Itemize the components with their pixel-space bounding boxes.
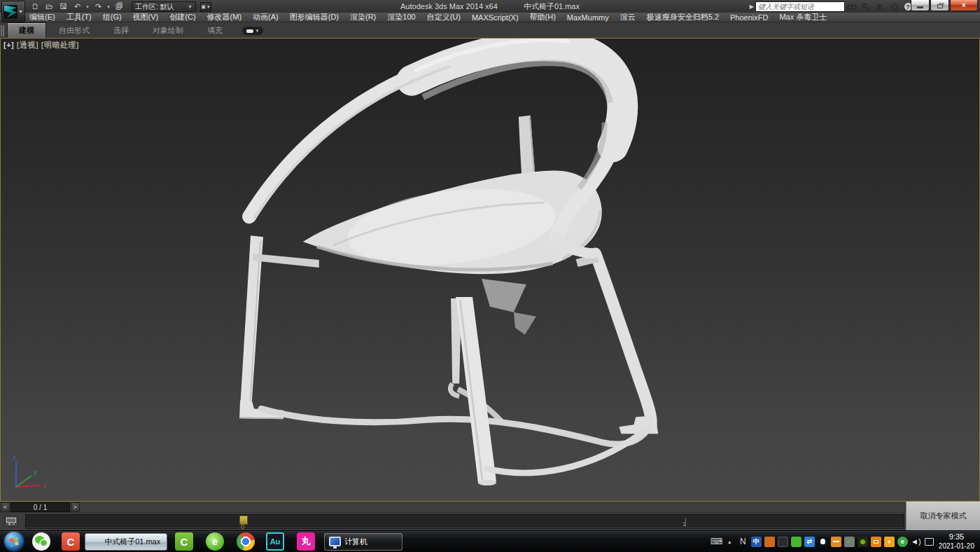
document-title: 中式椅子01.max [524, 2, 580, 11]
menu-group[interactable]: 组(G) [97, 12, 127, 22]
ribbon-tab-modeling[interactable]: 建模 [7, 22, 46, 38]
audition-launcher-icon[interactable]: Au [266, 532, 284, 551]
windows-logo-icon [9, 537, 18, 546]
viewport-label: [+] [透视] [明暗处理] [4, 40, 79, 50]
keyboard-shortcut-override-button[interactable] [4, 516, 18, 527]
ribbon-tab-freeform[interactable]: 自由形式 [48, 23, 101, 38]
favorites-star-icon[interactable] [887, 1, 901, 12]
menu-render100[interactable]: 渲染100 [382, 12, 421, 22]
chair-model [1, 39, 979, 501]
folder-tray-icon[interactable] [831, 537, 841, 547]
menu-slim-archive[interactable]: 极速瘦身安全归档5.2 [641, 12, 724, 22]
axis-z-label: z [13, 454, 16, 462]
menu-maxscript[interactable]: MAXScript(X) [466, 13, 524, 22]
ribbon-minimize-button[interactable]: ▼ [242, 27, 263, 35]
3dsmax-window: ▼ 🗋 🗁 🖫 ↶ ▼ ↷ ▼ 🗐 工作区: 默认 ▼ ▣▼ Autodesk … [0, 0, 980, 552]
ribbon-tab-populate[interactable]: 填充 [196, 23, 234, 38]
minimize-button[interactable] [911, 0, 930, 11]
search-binoculars-icon[interactable] [845, 1, 859, 12]
end-frame-label: 1 [682, 520, 686, 527]
menu-edit[interactable]: 编辑(E) [24, 12, 61, 22]
clock-time: 9:35 [939, 532, 974, 542]
security-tray-icon[interactable]: ♦ [884, 537, 895, 547]
subscription-key-icon[interactable] [859, 1, 873, 12]
start-button[interactable] [4, 532, 24, 551]
show-hidden-icons-arrow[interactable]: ▴ [724, 537, 735, 547]
windows-taskbar: C 中式椅子01.max ... C e Au 丸 计算机 ⌨ ▴ N 中 [0, 530, 980, 552]
e-browser-tray-icon[interactable]: e [897, 537, 908, 547]
computer-icon [329, 537, 341, 546]
menu-help[interactable]: 帮助(H) [524, 12, 561, 22]
chevron-down-icon: ▼ [18, 9, 23, 14]
qq-tray-icon[interactable] [818, 537, 828, 547]
sync-tray-icon[interactable]: ⇄ [804, 537, 815, 547]
menu-modifiers[interactable]: 修改器(M) [202, 12, 248, 22]
search-collapse-icon[interactable]: ▶ [750, 4, 754, 10]
expert-mode-panel: 取消专家模式 [906, 502, 980, 530]
close-button[interactable]: × [950, 0, 978, 11]
camtasia-red-launcher-icon[interactable]: C [62, 532, 80, 551]
infocenter-search: ▶ ? ▼ [750, 1, 920, 12]
title-bar: ▼ 🗋 🗁 🖫 ↶ ▼ ↷ ▼ 🗐 工作区: 默认 ▼ ▣▼ Autodesk … [0, 0, 980, 13]
time-slider-frame-label: 0 [241, 523, 244, 530]
menu-customize[interactable]: 自定义(U) [421, 12, 466, 22]
keyboard-tray-icon[interactable]: ⌨ [711, 537, 722, 547]
ribbon-drag-handle[interactable] [1, 25, 4, 36]
viewport-general-menu[interactable]: [+] [4, 41, 14, 49]
ribbon-bar: 建模 自由形式 选择 对象绘制 填充 ▼ [0, 22, 980, 38]
communication-center-icon[interactable] [873, 1, 887, 12]
reader-tray-icon[interactable] [778, 537, 788, 547]
status-area: < 0 / 1 > 0 1 取消专家模式 [0, 502, 980, 530]
3dsmax-task-icon [90, 535, 101, 548]
menu-rendercloud[interactable]: 渲云 [615, 12, 641, 22]
previous-frame-button[interactable]: < [1, 502, 10, 512]
viewport-shading-menu[interactable]: [明暗处理] [41, 41, 79, 49]
frame-counter: 0 / 1 [10, 502, 70, 512]
taskbar-task-computer[interactable]: 计算机 [324, 533, 402, 551]
perspective-viewport[interactable]: [+] [透视] [明暗处理] [0, 38, 980, 502]
wechat-tray-icon[interactable] [791, 537, 802, 547]
frame-nav-row: < 0 / 1 > [0, 502, 980, 513]
wechat-launcher-icon[interactable] [32, 532, 50, 551]
next-frame-button[interactable]: > [71, 502, 80, 512]
wan-app-launcher-icon[interactable]: 丸 [297, 532, 315, 551]
app-title: Autodesk 3ds Max 2014 x64 [400, 2, 498, 11]
menu-rendering[interactable]: 渲染(R) [344, 12, 382, 22]
taskbar-active-task-3dsmax[interactable]: 中式椅子01.max ... [85, 533, 167, 551]
window-controls: × [910, 0, 978, 11]
cancel-expert-mode-button[interactable]: 取消专家模式 [920, 511, 967, 521]
browser-360-launcher-icon[interactable]: e [206, 532, 224, 551]
menu-graph-editors[interactable]: 图形编辑器(D) [284, 12, 344, 22]
usb-drive-tray-icon[interactable] [764, 537, 775, 547]
nvidia-tray-icon[interactable]: ◉ [858, 537, 868, 547]
ime-tray-icon[interactable]: N [738, 537, 748, 547]
menu-animation[interactable]: 动画(A) [247, 12, 284, 22]
menu-views[interactable]: 视图(V) [127, 12, 164, 22]
menu-create[interactable]: 创建(C) [164, 12, 201, 22]
language-tray-icon[interactable]: 中 [751, 537, 762, 547]
network-tray-icon[interactable] [924, 537, 934, 547]
viewport-pov-menu[interactable]: [透视] [17, 41, 38, 49]
search-input[interactable] [755, 1, 845, 12]
axis-x-label: x [43, 482, 46, 490]
screenshot-tray-icon[interactable] [871, 537, 881, 547]
application-menu-button[interactable]: ▼ [1, 1, 25, 22]
menu-bar: 编辑(E) 工具(T) 组(G) 视图(V) 创建(C) 修改器(M) 动画(A… [0, 13, 980, 22]
world-axis-gizmo: z x y [4, 453, 52, 495]
clock-date: 2021-01-20 [939, 542, 974, 551]
axis-y-label: y [34, 468, 37, 476]
ribbon-tab-selection[interactable]: 选择 [102, 23, 140, 38]
menu-maxmummy[interactable]: MaxMummy [561, 13, 615, 22]
chrome-launcher-icon[interactable] [237, 532, 255, 551]
time-slider-track[interactable]: 0 1 [25, 514, 904, 529]
menu-antivirus[interactable]: Max 杀毒卫士 [774, 12, 832, 22]
camtasia-green-launcher-icon[interactable]: C [175, 532, 193, 551]
usb-safe-tray-icon[interactable]: ✓ [844, 537, 855, 547]
menu-tools[interactable]: 工具(T) [61, 12, 97, 22]
ribbon-tab-object-paint[interactable]: 对象绘制 [141, 23, 195, 38]
volume-tray-icon[interactable]: ◄) [911, 537, 921, 547]
taskbar-clock[interactable]: 9:35 2021-01-20 [939, 532, 974, 551]
restore-button[interactable] [930, 0, 949, 11]
menu-phoenixfd[interactable]: PhoenixFD [724, 13, 774, 22]
system-tray: ⌨ ▴ N 中 ⇄ ✓ ◉ ♦ e ◄) [711, 537, 934, 547]
